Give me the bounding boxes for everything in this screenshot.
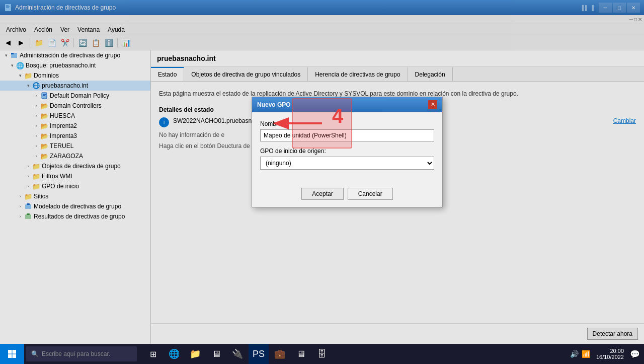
taskbar-search[interactable]: 🔍 Escribe aquí para buscar. [26, 346, 137, 361]
dialog-title-text: Nuevo GPO [257, 101, 291, 108]
taskbar: 🔍 Escribe aquí para buscar. ⊞ 🌐 📁 🖥 🔌 PS… [0, 344, 644, 364]
search-icon: 🔍 [31, 350, 39, 357]
edge-icon[interactable]: 🌐 [164, 344, 184, 364]
terminal-icon[interactable]: 🖥 [206, 344, 226, 364]
windows-logo-icon [8, 349, 17, 358]
powershell-icon[interactable]: PS [249, 344, 269, 364]
nombre-label: Nombre: [260, 120, 434, 127]
taskbar-right: 🔊 📶 20:00 16/10/2022 💬 [570, 348, 644, 360]
server-icon[interactable]: 🗄 [312, 344, 332, 364]
time-display: 20:00 [596, 348, 624, 354]
dialog-overlay: Nuevo GPO ✕ Nombre: GPO de inicio de ori… [0, 0, 644, 344]
apps-icon[interactable]: 💼 [270, 344, 290, 364]
dialog-close-button[interactable]: ✕ [428, 100, 437, 109]
speaker-icon[interactable]: 🔊 [570, 350, 579, 358]
dialog-body: Nombre: GPO de inicio de origen: (ningun… [252, 112, 442, 184]
sys-tray: 🔊 📶 [570, 350, 590, 358]
network-tray-icon[interactable]: 📶 [582, 350, 590, 358]
rdp-icon[interactable]: 🖥 [291, 344, 311, 364]
date-display: 16/10/2022 [596, 354, 624, 360]
svg-rect-19 [13, 350, 17, 354]
taskview-icon[interactable]: ⊞ [143, 344, 163, 364]
nuevo-gpo-dialog: Nuevo GPO ✕ Nombre: GPO de inicio de ori… [252, 97, 443, 207]
explorer-icon[interactable]: 📁 [185, 344, 205, 364]
svg-rect-20 [8, 354, 12, 358]
start-button[interactable] [0, 344, 24, 364]
nombre-field: Nombre: [260, 120, 434, 141]
search-placeholder: Escribe aquí para buscar. [42, 350, 110, 357]
network-icon[interactable]: 🔌 [227, 344, 248, 364]
gpo-select[interactable]: (ninguno) [260, 157, 434, 170]
svg-rect-18 [8, 350, 12, 354]
dialog-title-bar: Nuevo GPO ✕ [252, 97, 442, 112]
accept-button[interactable]: Aceptar [301, 188, 343, 200]
nombre-input[interactable] [260, 129, 434, 141]
dialog-footer: Aceptar Cancelar [252, 184, 442, 207]
gpo-field: GPO de inicio de origen: (ninguno) [260, 148, 434, 170]
notification-icon[interactable]: 💬 [630, 349, 640, 359]
gpo-label: GPO de inicio de origen: [260, 148, 434, 155]
clock: 20:00 16/10/2022 [596, 348, 624, 360]
cancel-button[interactable]: Cancelar [348, 188, 393, 200]
svg-rect-21 [13, 354, 17, 358]
taskbar-pinned-apps: ⊞ 🌐 📁 🖥 🔌 PS 💼 🖥 🗄 [143, 344, 332, 364]
